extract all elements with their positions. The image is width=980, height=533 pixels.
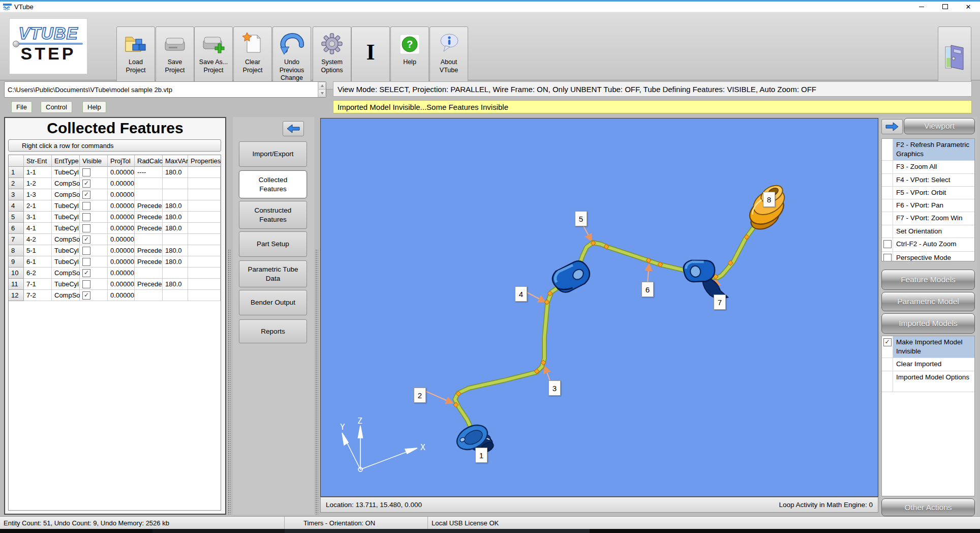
column-header[interactable]: RadCalc [135, 155, 163, 167]
spinner-down-icon[interactable] [318, 90, 326, 97]
table-row[interactable]: 64-1TubeCyl0.000003Precede180.0 [9, 223, 221, 234]
table-row[interactable]: 74-2CompSolid✓0.000003 [9, 234, 221, 245]
text-cursor-button[interactable]: I [351, 26, 390, 90]
feature-models-button[interactable]: Feature Models [881, 270, 975, 290]
column-header[interactable] [9, 155, 24, 167]
visible-checkbox[interactable] [82, 168, 90, 176]
row-number[interactable]: 7 [9, 234, 24, 245]
row-number[interactable]: 10 [9, 268, 24, 279]
right-splitter[interactable] [314, 117, 319, 515]
viewport-action-set-orientation[interactable]: Set Orientation [882, 225, 974, 238]
visible-checkbox[interactable]: ✓ [82, 269, 90, 277]
feature-label-6[interactable]: 6 [641, 282, 654, 297]
table-row[interactable]: 106-2CompSolid✓0.000003 [9, 268, 221, 279]
row-number[interactable]: 6 [9, 223, 24, 234]
visible-checkbox[interactable]: ✓ [82, 235, 90, 244]
save-project-button[interactable]: Save Project [156, 26, 194, 90]
table-row[interactable]: 85-1TubeCyl0.000003Precede180.0 [9, 245, 221, 256]
row-number[interactable]: 5 [9, 212, 24, 223]
nav-part-setup[interactable]: Part Setup [239, 231, 307, 257]
viewport-action-f2-refresh-parametric-graphics[interactable]: F2 - Refresh Parametric Graphics [882, 139, 974, 161]
feature-label-2[interactable]: 2 [414, 388, 426, 403]
table-row[interactable]: 31-3CompSolid✓0.000003 [9, 189, 221, 200]
column-header[interactable]: MaxVAng [163, 155, 188, 167]
viewport-action-ctrl-f2-auto-zoom[interactable]: Ctrl-F2 - Auto Zoom [882, 238, 974, 252]
visible-checkbox[interactable]: ✓ [82, 180, 90, 188]
row-number[interactable]: 11 [9, 279, 24, 290]
nav-bender-output[interactable]: Bender Output [239, 290, 307, 315]
save-as-project-button[interactable]: Save As... Project [194, 26, 233, 90]
table-row[interactable]: 53-1TubeCyl0.000003Precede180.0 [9, 212, 221, 223]
feature-label-8[interactable]: 8 [763, 192, 775, 207]
feature-label-5[interactable]: 5 [575, 211, 587, 226]
imported-action-make-imported-model-invisible[interactable]: ✓Make Imported Model Invisible [882, 336, 974, 358]
undo-previous-change-button[interactable]: Undo Previous Change [272, 26, 311, 90]
path-spinner[interactable] [318, 82, 326, 97]
visible-checkbox[interactable]: ✓ [82, 191, 90, 199]
imported-action-clear-imported[interactable]: Clear Imported [882, 358, 974, 371]
row-number[interactable]: 3 [9, 189, 24, 200]
column-header[interactable]: EntType [52, 155, 80, 167]
imported-models-button[interactable]: Imported Models [881, 313, 975, 334]
project-path-input[interactable] [5, 82, 318, 97]
row-number[interactable]: 8 [9, 245, 24, 256]
row-number[interactable]: 9 [9, 256, 24, 268]
visible-checkbox[interactable] [82, 202, 90, 210]
feature-label-1[interactable]: 1 [475, 448, 487, 463]
item-checkbox[interactable] [883, 254, 892, 261]
visible-checkbox[interactable] [82, 258, 90, 266]
load-project-button[interactable]: Load Project [116, 26, 155, 90]
feature-label-7[interactable]: 7 [714, 294, 726, 310]
item-checkbox[interactable]: ✓ [883, 338, 892, 346]
visible-checkbox[interactable] [82, 224, 90, 232]
nav-collected-features[interactable]: Collected Features [239, 170, 307, 198]
visible-checkbox[interactable] [82, 247, 90, 255]
feature-label-4[interactable]: 4 [515, 286, 527, 302]
nav-parametric-tube-data[interactable]: Parametric Tube Data [239, 260, 307, 287]
visible-checkbox[interactable] [82, 280, 90, 288]
row-number[interactable]: 4 [9, 200, 24, 212]
other-actions-button[interactable]: Other Actions [881, 498, 975, 516]
table-row[interactable]: 127-2CompSolid✓0.000003 [9, 290, 221, 301]
column-header[interactable]: ProjTol [108, 155, 135, 167]
viewport-action-f4-vport-select[interactable]: F4 - VPort: Select [882, 174, 974, 187]
viewport-header-button[interactable]: Viewport [904, 118, 975, 134]
row-commands-hint-button[interactable]: Right click a row for commands [8, 139, 221, 152]
close-button[interactable]: ✕ [957, 2, 980, 12]
project-path-field[interactable] [4, 81, 326, 98]
visible-checkbox[interactable] [82, 213, 90, 221]
viewport-action-f6-vport-pan[interactable]: F6 - VPort: Pan [882, 199, 974, 212]
imported-action-imported-model-options[interactable]: Imported Model Options [882, 371, 974, 392]
collapse-left-button[interactable] [283, 121, 304, 136]
visible-checkbox[interactable]: ✓ [82, 291, 90, 300]
viewport-action-f7-vport-zoom-win[interactable]: F7 - VPort: Zoom Win [882, 212, 974, 225]
minimize-button[interactable] [910, 2, 933, 12]
system-options-button[interactable]: System Options [313, 26, 351, 90]
maximize-button[interactable] [933, 2, 957, 12]
viewport-action-f5-vport-orbit[interactable]: F5 - VPort: Orbit [882, 187, 974, 199]
feature-label-3[interactable]: 3 [548, 380, 561, 396]
help-button[interactable]: ? Help [390, 26, 429, 90]
nav-reports[interactable]: Reports [239, 319, 307, 343]
menu-item-file[interactable]: File [11, 101, 32, 113]
table-row[interactable]: 21-2CompSolid✓0.000003 [9, 178, 221, 189]
column-header[interactable]: Visible [80, 155, 108, 167]
nav-import-export[interactable]: Import/Export [239, 141, 307, 167]
row-number[interactable]: 2 [9, 178, 24, 189]
column-header[interactable]: Properties [188, 155, 221, 167]
table-row[interactable]: 11-1TubeCyl0.000003----180.0 [9, 167, 221, 178]
table-row[interactable]: 42-1TubeCyl0.000003Precede180.0 [9, 200, 221, 212]
graphics-viewport[interactable]: Y Z X 12345678 [320, 118, 878, 497]
parametric-model-button[interactable]: Parametric Model [881, 292, 975, 311]
clear-project-button[interactable]: Clear Project [233, 26, 272, 90]
left-splitter[interactable] [227, 117, 232, 515]
about-vtube-button[interactable]: About VTube [430, 26, 468, 90]
spinner-up-icon[interactable] [318, 82, 326, 90]
row-number[interactable]: 12 [9, 290, 24, 301]
column-header[interactable]: Str-Ent [24, 155, 52, 167]
exit-button[interactable] [938, 26, 971, 90]
table-row[interactable]: 117-1TubeCyl0.000003Precede180.0 [9, 279, 221, 290]
nav-constructed-features[interactable]: Constructed Features [239, 201, 307, 229]
viewport-action-f3-zoom-all[interactable]: F3 - Zoom All [882, 161, 974, 173]
expand-right-button[interactable] [881, 119, 903, 134]
